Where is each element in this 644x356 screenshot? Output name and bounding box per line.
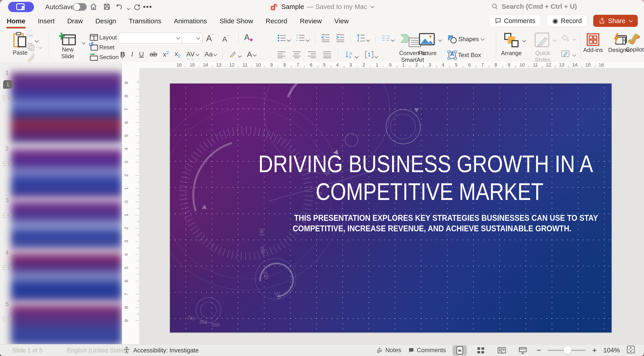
picture-chevron-icon[interactable] [438,39,442,43]
align-right-button[interactable] [308,51,316,59]
format-painter-icon[interactable] [26,53,35,63]
arrange-chevron-icon[interactable] [522,39,526,44]
more-commands-icon[interactable]: ••• [143,3,152,11]
slide-3-thumbnail[interactable] [11,200,122,251]
tab-slide-show[interactable]: Slide Show [219,16,254,26]
change-case-button[interactable]: Aa [204,50,217,58]
presenter-mode-button[interactable] [8,2,34,12]
shape-fill-button[interactable] [561,34,570,44]
autosave-toggle[interactable] [73,3,87,11]
italic-button[interactable]: I [131,50,133,58]
slide-1-editing-surface[interactable]: DRIVING BUSINESS GROWTH IN A COMPETITIVE… [170,84,612,332]
slide-1-transition-star-icon[interactable]: ★ [7,94,12,101]
shape-fill-chevron-icon[interactable] [572,38,576,42]
font-size-combobox[interactable] [182,33,202,44]
tab-animations[interactable]: Animations [173,16,207,26]
bullets-button[interactable] [277,34,290,43]
slide-1-comment-badge[interactable]: 1 [3,80,12,89]
underline-button[interactable]: U [139,50,144,58]
zoom-level[interactable]: 104% [603,346,620,354]
justify-button[interactable] [323,51,332,59]
slide-4-thumbnail[interactable] [11,252,122,302]
section-button[interactable]: Section [90,53,124,61]
slide-title[interactable]: DRIVING BUSINESS GROWTH IN A COMPETITIVE… [194,150,544,206]
copilot-button[interactable]: Copilot [625,33,644,53]
shape-outline-button[interactable] [561,49,570,59]
record-button[interactable]: ◉ Record [547,15,588,27]
slide-sorter-view-button[interactable] [474,345,488,355]
zoom-in-button[interactable]: + [592,346,596,354]
addins-button[interactable]: Add-ins [582,33,604,53]
strikethrough-button[interactable]: ab [150,50,157,58]
search-field[interactable]: Search (Cmd + Ctrl + U) [491,3,577,10]
fit-slide-button[interactable] [626,345,635,355]
share-button[interactable]: Share [593,15,638,27]
reset-button[interactable]: ↺ Reset [90,44,114,51]
numbering-button[interactable] [296,34,309,43]
shrink-font-button[interactable]: Aˇ [222,34,229,44]
bold-button[interactable]: B [120,50,125,58]
new-slide-button[interactable]: NewSlide [56,32,80,60]
slide-1-thumbnail[interactable] [11,72,122,143]
save-icon[interactable] [102,3,111,11]
horizontal-ruler[interactable]: 1615141312111098765432101234567891011121… [139,62,644,68]
language-indicator[interactable]: English (United States) [67,347,129,354]
tab-insert[interactable]: Insert [37,16,55,26]
clear-formatting-button[interactable]: A◆ [244,33,253,42]
normal-view-button[interactable] [452,345,467,355]
tab-draw[interactable]: Draw [67,16,83,26]
font-color-button[interactable]: A [247,50,256,59]
cut-icon[interactable]: ✂ [27,31,34,41]
picture-button[interactable] [418,33,435,47]
decrease-indent-button[interactable] [321,34,330,43]
vertical-ruler[interactable]: 9876543210123456789 [122,68,140,344]
line-spacing-button[interactable] [356,34,370,43]
statusbar-comments-button[interactable]: Comments [408,347,446,354]
zoom-out-button[interactable]: − [537,346,541,354]
new-slide-chevron-icon[interactable] [81,41,85,46]
slide-2-transition-star-icon[interactable]: ★ [7,160,12,167]
shapes-button[interactable]: Shapes [447,35,484,44]
columns-button[interactable] [381,34,394,43]
align-left-button[interactable] [277,51,286,59]
document-save-status[interactable]: — Saved to my Mac [307,3,367,11]
home-icon[interactable] [89,3,98,11]
notes-button[interactable]: Notes [376,347,401,354]
tab-transitions[interactable]: Transitions [128,16,162,26]
grow-font-button[interactable]: Aˆ [206,33,214,43]
layout-button[interactable]: Layout [90,34,122,41]
title-chevron-icon[interactable] [370,5,374,8]
align-center-button[interactable] [292,51,301,59]
slide-5-thumbnail[interactable] [11,304,122,344]
slide-thumbnail-panel[interactable]: 11★2★3★4★5★ [0,62,122,344]
align-text-button[interactable] [365,51,378,60]
tab-review[interactable]: Review [300,16,322,26]
slide-subtitle[interactable]: THIS PRESENTATION EXPLORES KEY STRATEGIE… [277,213,550,234]
textbox-button[interactable]: A Text Box [447,50,481,60]
slide-4-transition-star-icon[interactable]: ★ [7,264,12,271]
tab-view[interactable]: View [334,16,349,26]
tab-record[interactable]: Record [265,16,288,26]
subscript-button[interactable]: x2 [175,50,180,59]
slide-5-transition-star-icon[interactable]: ★ [7,315,12,322]
undo-chevron-icon[interactable] [124,5,132,13]
zoom-slider[interactable] [548,350,586,351]
shape-outline-chevron-icon[interactable] [572,53,576,58]
accessibility-status[interactable]: Accessibility: Investigate [133,347,199,354]
quick-styles-chevron-icon[interactable] [552,39,556,43]
undo-icon[interactable] [115,3,124,11]
superscript-button[interactable]: x2 [163,50,169,58]
zoom-slider-thumb[interactable] [564,346,571,354]
arrange-button[interactable] [504,32,519,49]
copy-chevron-icon[interactable] [38,46,42,50]
slideshow-view-button[interactable] [516,345,530,355]
slide-2-thumbnail[interactable] [11,148,122,199]
comments-button[interactable]: Comments [489,15,541,27]
quick-styles-button[interactable] [534,32,550,49]
tab-design[interactable]: Design [95,16,116,26]
highlight-button[interactable] [228,50,241,59]
slide-3-transition-star-icon[interactable]: ★ [7,212,12,219]
tab-home[interactable]: Home [6,16,26,26]
text-direction-button[interactable]: A [345,51,358,60]
font-name-combobox[interactable] [118,33,182,44]
